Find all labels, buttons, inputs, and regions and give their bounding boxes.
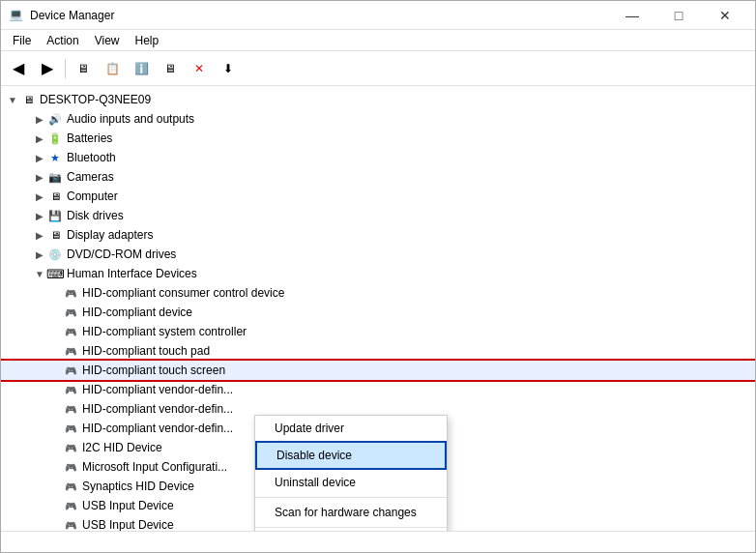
batteries-label: Batteries [67, 131, 112, 145]
hid-touchscreen-label: HID-compliant touch screen [82, 364, 225, 377]
camera-icon: 📷 [47, 169, 63, 185]
menu-bar: File Action View Help [1, 30, 755, 51]
computer-label: Computer [67, 189, 118, 203]
tree-hid-vendor1[interactable]: ▶ 🎮 HID-compliant vendor-defin... [1, 380, 755, 399]
context-menu: Update driver Disable device Uninstall d… [254, 415, 448, 531]
menu-action[interactable]: Action [39, 32, 86, 49]
uninstall-toolbar-btn[interactable]: ✕ [186, 55, 213, 82]
scan-toolbar-btn[interactable]: ⬇ [215, 55, 242, 82]
audio-expand[interactable]: ▶ [32, 114, 47, 125]
batteries-expand[interactable]: ▶ [32, 133, 47, 144]
context-disable-device[interactable]: Disable device [255, 441, 447, 470]
hid-syscontroller-icon: 🎮 [63, 324, 78, 339]
device-manager-toolbar-btn[interactable]: 🖥 [70, 55, 97, 82]
hid-consumer-icon: 🎮 [63, 285, 78, 301]
msinput-icon: 🎮 [63, 459, 78, 475]
close-button[interactable]: ✕ [703, 1, 747, 30]
hid-icon: ⌨ [47, 266, 63, 281]
hid-touchpad-icon: 🎮 [63, 343, 78, 359]
bluetooth-icon: ★ [47, 150, 63, 165]
hid-vendor1-label: HID-compliant vendor-defin... [82, 383, 233, 396]
hid-vendor3-icon: 🎮 [63, 421, 78, 436]
dvd-label: DVD/CD-ROM drives [67, 247, 176, 261]
tree-bluetooth[interactable]: ▶ ★ Bluetooth [1, 148, 755, 167]
hid-device-icon: 🎮 [63, 305, 78, 320]
menu-help[interactable]: Help [128, 32, 167, 49]
tree-hid[interactable]: ▼ ⌨ Human Interface Devices [1, 264, 755, 283]
displayadapters-label: Display adapters [67, 228, 153, 242]
minimize-button[interactable]: — [610, 1, 654, 30]
tree-dvd[interactable]: ▶ 💿 DVD/CD-ROM drives [1, 245, 755, 264]
usb1-label: USB Input Device [82, 499, 174, 512]
tree-hid-device[interactable]: ▶ 🎮 HID-compliant device [1, 303, 755, 322]
app-icon: 💻 [9, 8, 24, 23]
help-toolbar-btn[interactable]: ℹ️ [128, 55, 155, 82]
back-button[interactable]: ◀ [5, 55, 32, 82]
disk-icon: 💾 [47, 208, 63, 223]
context-properties[interactable]: Properties [255, 530, 447, 531]
disk-expand[interactable]: ▶ [32, 211, 47, 221]
dvd-icon: 💿 [47, 247, 63, 262]
synaptics-label: Synaptics HID Device [82, 480, 194, 493]
status-bar [1, 531, 755, 552]
cameras-expand[interactable]: ▶ [32, 172, 47, 183]
msinput-label: Microsoft Input Configurati... [82, 460, 227, 474]
context-scan-hardware[interactable]: Scan for hardware changes [255, 500, 447, 525]
window-title: Device Manager [30, 9, 610, 22]
hid-vendor2-icon: 🎮 [63, 401, 78, 417]
hid-vendor1-icon: 🎮 [63, 382, 78, 397]
hid-vendor3-label: HID-compliant vendor-defin... [82, 422, 233, 435]
tree-hid-syscontroller[interactable]: ▶ 🎮 HID-compliant system controller [1, 322, 755, 341]
hid-touchscreen-icon: 🎮 [63, 363, 78, 378]
tree-root[interactable]: ▼ 🖥 DESKTOP-Q3NEE09 [1, 90, 755, 109]
root-label: DESKTOP-Q3NEE09 [40, 93, 151, 106]
title-bar-controls: — □ ✕ [610, 1, 747, 30]
tree-hid-consumer[interactable]: ▶ 🎮 HID-compliant consumer control devic… [1, 283, 755, 303]
tree-computer[interactable]: ▶ 🖥 Computer [1, 187, 755, 206]
maximize-button[interactable]: □ [656, 1, 701, 30]
context-uninstall-device[interactable]: Uninstall device [255, 470, 447, 495]
diskdrives-label: Disk drives [67, 209, 124, 222]
tree-hid-touchpad[interactable]: ▶ 🎮 HID-compliant touch pad [1, 341, 755, 361]
title-bar: 💻 Device Manager — □ ✕ [1, 1, 755, 30]
display-expand[interactable]: ▶ [32, 230, 47, 241]
properties-toolbar-btn[interactable]: 📋 [99, 55, 126, 82]
update-toolbar-btn[interactable]: 🖥 [157, 55, 184, 82]
usb2-icon: 🎮 [63, 517, 78, 531]
audio-label: Audio inputs and outputs [67, 112, 194, 126]
hid-device-label: HID-compliant device [82, 306, 192, 319]
tree-displayadapters[interactable]: ▶ 🖥 Display adapters [1, 225, 755, 245]
usb1-icon: 🎮 [63, 498, 78, 513]
menu-file[interactable]: File [5, 32, 39, 49]
hid-touchpad-label: HID-compliant touch pad [82, 344, 210, 358]
battery-icon: 🔋 [47, 131, 63, 146]
forward-button[interactable]: ▶ [34, 55, 61, 82]
tree-hid-touchscreen[interactable]: ▶ 🎮 HID-compliant touch screen [1, 361, 755, 380]
bluetooth-expand[interactable]: ▶ [32, 153, 47, 163]
context-sep-2 [255, 527, 447, 528]
i2c-icon: 🎮 [63, 440, 78, 455]
cameras-label: Cameras [67, 170, 114, 184]
computer-node-icon: 🖥 [47, 189, 63, 204]
hid-vendor2-label: HID-compliant vendor-defin... [82, 402, 233, 416]
hid-label: Human Interface Devices [67, 267, 197, 280]
main-area: ▼ 🖥 DESKTOP-Q3NEE09 ▶ 🔊 Audio inputs and… [1, 86, 755, 531]
context-sep-1 [255, 497, 447, 498]
tree-diskdrives[interactable]: ▶ 💾 Disk drives [1, 206, 755, 225]
tree-batteries[interactable]: ▶ 🔋 Batteries [1, 129, 755, 148]
bluetooth-label: Bluetooth [67, 151, 116, 164]
computer-expand[interactable]: ▶ [32, 191, 47, 202]
root-expand[interactable]: ▼ [5, 95, 20, 105]
context-update-driver[interactable]: Update driver [255, 416, 447, 441]
audio-icon: 🔊 [47, 111, 63, 127]
toolbar-separator-1 [65, 59, 66, 78]
computer-icon: 🖥 [20, 92, 36, 107]
tree-cameras[interactable]: ▶ 📷 Cameras [1, 167, 755, 187]
dvd-expand[interactable]: ▶ [32, 249, 47, 260]
device-manager-window: 💻 Device Manager — □ ✕ File Action View … [0, 0, 756, 553]
hid-syscontroller-label: HID-compliant system controller [82, 325, 247, 338]
hid-consumer-label: HID-compliant consumer control device [82, 286, 284, 300]
usb2-label: USB Input Device [82, 518, 174, 531]
menu-view[interactable]: View [87, 32, 128, 49]
tree-audio[interactable]: ▶ 🔊 Audio inputs and outputs [1, 109, 755, 129]
